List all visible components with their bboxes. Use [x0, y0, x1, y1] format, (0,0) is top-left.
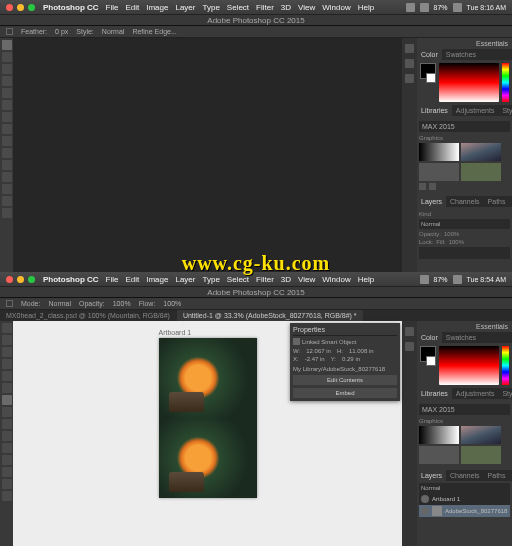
y-value[interactable]: 0.29 in: [342, 356, 360, 362]
zoom-tool-icon[interactable]: [2, 208, 12, 218]
battery-icon[interactable]: [453, 275, 462, 284]
library-selector[interactable]: MAX 2015: [419, 404, 510, 415]
shape-tool-icon[interactable]: [2, 467, 12, 477]
minimize-icon[interactable]: [17, 276, 24, 283]
zoom-icon[interactable]: [28, 276, 35, 283]
library-item[interactable]: [419, 163, 459, 181]
brush-tool-icon[interactable]: [2, 395, 12, 405]
shape-tool-icon[interactable]: [2, 184, 12, 194]
menu-window[interactable]: Window: [322, 275, 350, 284]
menu-file[interactable]: File: [106, 3, 119, 12]
move-tool-icon[interactable]: [2, 323, 12, 333]
eyedropper-tool-icon[interactable]: [2, 383, 12, 393]
pen-tool-icon[interactable]: [2, 160, 12, 170]
menu-image[interactable]: Image: [146, 3, 168, 12]
battery-icon[interactable]: [453, 3, 462, 12]
tab-swatches[interactable]: Swatches: [442, 332, 480, 343]
placed-image[interactable]: [159, 418, 257, 498]
stamp-tool-icon[interactable]: [2, 407, 12, 417]
app-name[interactable]: Photoshop CC: [43, 275, 99, 284]
library-selector[interactable]: MAX 2015: [419, 121, 510, 132]
kind-filter[interactable]: Kind: [419, 211, 431, 217]
height-value[interactable]: 11.008 in: [349, 348, 374, 354]
library-item[interactable]: [461, 426, 501, 444]
library-item[interactable]: [419, 446, 459, 464]
edit-contents-button[interactable]: Edit Contents: [293, 375, 397, 385]
tab-channels[interactable]: Channels: [446, 470, 484, 481]
color-field[interactable]: [439, 63, 499, 102]
menu-filter[interactable]: Filter: [256, 275, 274, 284]
history-icon[interactable]: [405, 44, 414, 53]
flow-value[interactable]: 100%: [163, 300, 181, 307]
tab-layers[interactable]: Layers: [417, 470, 446, 481]
artboard-layer[interactable]: Artboard 1: [432, 496, 460, 502]
menu-window[interactable]: Window: [322, 3, 350, 12]
library-item[interactable]: [461, 143, 501, 161]
history-icon[interactable]: [405, 327, 414, 336]
bluetooth-icon[interactable]: [420, 3, 429, 12]
artboard-label[interactable]: Artboard 1: [159, 329, 257, 336]
crop-tool-icon[interactable]: [2, 88, 12, 98]
doc-tab-active[interactable]: Untitled-1 @ 33.3% (AdobeStock_80277618,…: [177, 310, 363, 321]
info-icon[interactable]: [405, 74, 414, 83]
menu-edit[interactable]: Edit: [125, 275, 139, 284]
visibility-icon[interactable]: [421, 495, 429, 503]
doc-tab[interactable]: MX0head_2_class.psd @ 100% (Mountain, RG…: [0, 310, 176, 321]
width-value[interactable]: 12.067 in: [306, 348, 331, 354]
eraser-tool-icon[interactable]: [2, 419, 12, 429]
embed-button[interactable]: Embed: [293, 388, 397, 398]
tab-adjustments[interactable]: Adjustments: [452, 388, 499, 399]
lib-trash-icon[interactable]: [429, 183, 436, 190]
lasso-tool-icon[interactable]: [2, 347, 12, 357]
close-icon[interactable]: [6, 276, 13, 283]
wifi-icon[interactable]: [406, 3, 415, 12]
menu-type[interactable]: Type: [202, 275, 219, 284]
tab-channels[interactable]: Channels: [446, 196, 484, 207]
crop-tool-icon[interactable]: [2, 371, 12, 381]
blend-mode[interactable]: Normal: [419, 219, 510, 229]
artboard[interactable]: [159, 338, 257, 498]
tab-paths[interactable]: Paths: [484, 470, 510, 481]
lasso-tool-icon[interactable]: [2, 64, 12, 74]
workspace-switcher[interactable]: Essentials: [417, 321, 512, 332]
wand-tool-icon[interactable]: [2, 76, 12, 86]
marquee-tool-icon[interactable]: [2, 52, 12, 62]
menu-select[interactable]: Select: [227, 3, 249, 12]
layer-thumb[interactable]: [432, 506, 442, 516]
eyedropper-tool-icon[interactable]: [2, 100, 12, 110]
menu-help[interactable]: Help: [358, 3, 374, 12]
tab-libraries[interactable]: Libraries: [417, 105, 452, 116]
menu-filter[interactable]: Filter: [256, 3, 274, 12]
layer-name[interactable]: AdobeStock_80277618: [445, 508, 507, 514]
wifi-icon[interactable]: [420, 275, 429, 284]
hue-slider[interactable]: [502, 346, 509, 385]
zoom-tool-icon[interactable]: [2, 491, 12, 501]
menu-layer[interactable]: Layer: [175, 275, 195, 284]
hue-slider[interactable]: [502, 63, 509, 102]
menu-file[interactable]: File: [106, 275, 119, 284]
menu-layer[interactable]: Layer: [175, 3, 195, 12]
tab-color[interactable]: Color: [417, 49, 442, 60]
menu-3d[interactable]: 3D: [281, 3, 291, 12]
clock[interactable]: Tue 8:54 AM: [467, 276, 506, 283]
library-item[interactable]: [419, 143, 459, 161]
pen-tool-icon[interactable]: [2, 443, 12, 453]
library-item[interactable]: [461, 163, 501, 181]
clock[interactable]: Tue 8:16 AM: [467, 4, 506, 11]
actions-icon[interactable]: [405, 59, 414, 68]
tab-libraries[interactable]: Libraries: [417, 388, 452, 399]
move-tool-icon[interactable]: [2, 40, 12, 50]
marquee-tool-icon[interactable]: [2, 335, 12, 345]
library-item[interactable]: [461, 446, 501, 464]
tab-adjustments[interactable]: Adjustments: [452, 105, 499, 116]
menu-help[interactable]: Help: [358, 275, 374, 284]
stamp-tool-icon[interactable]: [2, 124, 12, 134]
eraser-tool-icon[interactable]: [2, 136, 12, 146]
placed-image[interactable]: [159, 338, 257, 418]
type-tool-icon[interactable]: [2, 172, 12, 182]
layer-list[interactable]: Artboard 1 AdobeStock_80277618: [419, 493, 510, 517]
menu-3d[interactable]: 3D: [281, 275, 291, 284]
hand-tool-icon[interactable]: [2, 196, 12, 206]
tab-swatches[interactable]: Swatches: [442, 49, 480, 60]
visibility-icon[interactable]: [421, 507, 429, 515]
